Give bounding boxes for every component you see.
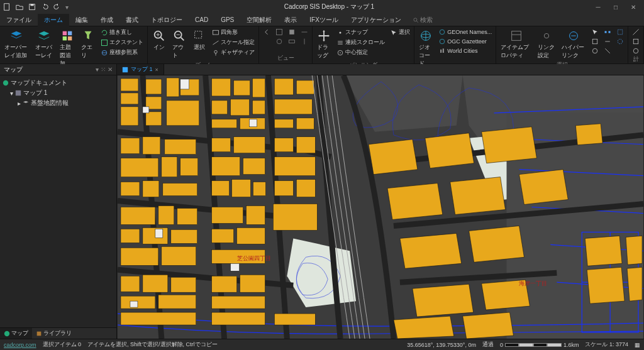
- overlay-add-button[interactable]: オーバーレイ追加: [3, 28, 31, 61]
- overlay-button[interactable]: オーバーレイ: [33, 28, 55, 61]
- tab-app[interactable]: アプリケーション: [345, 14, 408, 26]
- svg-line-17: [181, 38, 184, 41]
- tab-create[interactable]: 作成: [94, 14, 119, 26]
- tree-root[interactable]: マップドキュメント: [3, 78, 114, 88]
- minimize-button[interactable]: ─: [590, 1, 606, 13]
- close-button[interactable]: ✕: [625, 1, 641, 13]
- select-button[interactable]: 選択: [389, 28, 411, 37]
- sel-tool-4[interactable]: [602, 28, 613, 36]
- crs-button[interactable]: 座標参照系: [99, 48, 145, 57]
- scale-spec-button[interactable]: スケール指定: [211, 38, 256, 47]
- svg-rect-80: [158, 206, 174, 225]
- side-tab-map[interactable]: マップ: [0, 328, 32, 339]
- sel-tool-7[interactable]: [615, 28, 625, 36]
- tree: マップドキュメント ▾ マップ 1 ▸ 基盤地図情報: [0, 75, 116, 327]
- link-settings-button[interactable]: リンク設定: [536, 28, 557, 61]
- drag-button[interactable]: ドラッグ: [315, 28, 333, 61]
- tab-view[interactable]: 表示: [278, 14, 303, 26]
- doc-tab-map1[interactable]: マップ 1 ×: [117, 64, 164, 75]
- sel-tool-6[interactable]: [602, 46, 613, 55]
- tab-ifx[interactable]: IFXツール: [303, 14, 345, 26]
- tab-file[interactable]: ファイル: [0, 14, 38, 26]
- sel-tool-3[interactable]: [590, 46, 600, 55]
- svg-rect-36: [512, 31, 521, 41]
- redo-icon[interactable]: [53, 3, 62, 11]
- ribbon-tabs: ファイル ホーム 編集 作成 書式 トポロジー CAD GPS 空間解析 表示 …: [0, 14, 644, 26]
- status-link[interactable]: cadcorp.com: [4, 342, 36, 348]
- snap-button[interactable]: スナップ: [335, 28, 386, 37]
- status-coords: 35.65618°, 139.75330°, 0m: [407, 342, 476, 348]
- extent-button[interactable]: エクステント: [99, 38, 145, 47]
- zoom-in-button[interactable]: イン: [150, 28, 168, 53]
- view-icon4[interactable]: [287, 37, 297, 46]
- rect-button[interactable]: 四角形: [211, 28, 256, 37]
- ogc-gazetteer-button[interactable]: OGC Gazetteer: [437, 37, 493, 46]
- sel-tool-1[interactable]: [590, 28, 600, 36]
- sel-tool-2[interactable]: [590, 37, 600, 46]
- undo-icon[interactable]: [40, 3, 49, 11]
- view-icon2[interactable]: [274, 37, 284, 46]
- svg-rect-104: [243, 158, 265, 175]
- new-doc-icon[interactable]: [3, 3, 11, 11]
- view-icon6[interactable]: [299, 37, 309, 46]
- view-icon5[interactable]: [299, 28, 309, 36]
- view-icon3[interactable]: [287, 28, 297, 36]
- tree-map1[interactable]: ▾ マップ 1: [3, 88, 114, 98]
- side-menu-icon[interactable]: ⁙: [101, 66, 106, 73]
- thematic-add-button[interactable]: 主題図追加: [58, 28, 77, 69]
- svg-rect-43: [618, 30, 623, 35]
- map-canvas[interactable]: 芝公園四丁目 海岸一丁目: [117, 75, 644, 339]
- zoom-out-button[interactable]: アウト: [170, 28, 188, 61]
- tab-topology[interactable]: トポロジー: [145, 14, 189, 26]
- tab-style[interactable]: 書式: [119, 14, 145, 26]
- tab-edit[interactable]: 編集: [69, 14, 94, 26]
- expander-icon[interactable]: ▾: [10, 90, 13, 97]
- svg-point-23: [277, 39, 282, 44]
- center-spec-button[interactable]: 中心指定: [335, 48, 386, 57]
- gazetteer-button[interactable]: ギャザティア: [211, 48, 256, 57]
- svg-rect-35: [443, 48, 444, 53]
- redraw-button[interactable]: 描き直し: [99, 28, 145, 37]
- world-cities-button[interactable]: World Cities: [437, 46, 493, 55]
- continuous-scroll-button[interactable]: 連続スクロール: [335, 38, 386, 47]
- search-box[interactable]: 検索: [413, 16, 433, 25]
- tab-home[interactable]: ホーム: [38, 14, 69, 26]
- side-tab-library[interactable]: ライブラリ: [32, 328, 75, 339]
- close-tab-icon[interactable]: ×: [155, 67, 158, 73]
- side-pin-icon[interactable]: ▾: [96, 66, 99, 73]
- map-icon: [15, 90, 21, 96]
- svg-rect-127: [273, 204, 317, 231]
- tab-cad[interactable]: CAD: [189, 14, 214, 25]
- item-properties-button[interactable]: アイテムプロパティ: [499, 28, 533, 61]
- measure-2[interactable]: [631, 37, 641, 46]
- status-layout-icon[interactable]: ▦: [635, 342, 640, 348]
- save-icon[interactable]: [28, 3, 36, 11]
- side-close-icon[interactable]: ✕: [108, 66, 113, 73]
- svg-rect-124: [274, 157, 315, 176]
- svg-rect-122: [274, 138, 293, 152]
- query-button[interactable]: クエリ: [79, 28, 97, 61]
- svg-marker-137: [482, 127, 537, 163]
- maximize-button[interactable]: □: [608, 1, 624, 13]
- sel-tool-8[interactable]: [615, 37, 625, 46]
- sel-tool-5[interactable]: [602, 37, 613, 46]
- tab-gps[interactable]: GPS: [214, 14, 240, 25]
- tab-spatial[interactable]: 空間解析: [240, 14, 278, 26]
- tree-basemap[interactable]: ▸ 基盤地図情報: [3, 98, 114, 108]
- measure-3[interactable]: [631, 46, 641, 55]
- view-icon1[interactable]: [274, 28, 284, 36]
- open-icon[interactable]: [15, 3, 24, 11]
- svg-rect-113: [212, 276, 237, 292]
- hyperlink-button[interactable]: ハイパーリンク: [560, 28, 587, 61]
- view-nav-back[interactable]: [262, 28, 272, 36]
- expander-icon[interactable]: ▸: [18, 100, 21, 107]
- svg-rect-101: [212, 138, 231, 152]
- measure-1[interactable]: [631, 28, 641, 36]
- zoom-select-button[interactable]: 選択: [191, 28, 208, 53]
- map-label: 芝公園四丁目: [237, 255, 271, 261]
- svg-marker-151: [575, 124, 602, 145]
- svg-marker-149: [626, 236, 642, 265]
- geocode-button[interactable]: ジオコード: [417, 28, 435, 69]
- geonet-button[interactable]: GEOnet Names...: [437, 28, 493, 36]
- side-panel: マップ ▾ ⁙ ✕ マップドキュメント ▾ マップ 1 ▸ 基盤地図情報: [0, 64, 117, 339]
